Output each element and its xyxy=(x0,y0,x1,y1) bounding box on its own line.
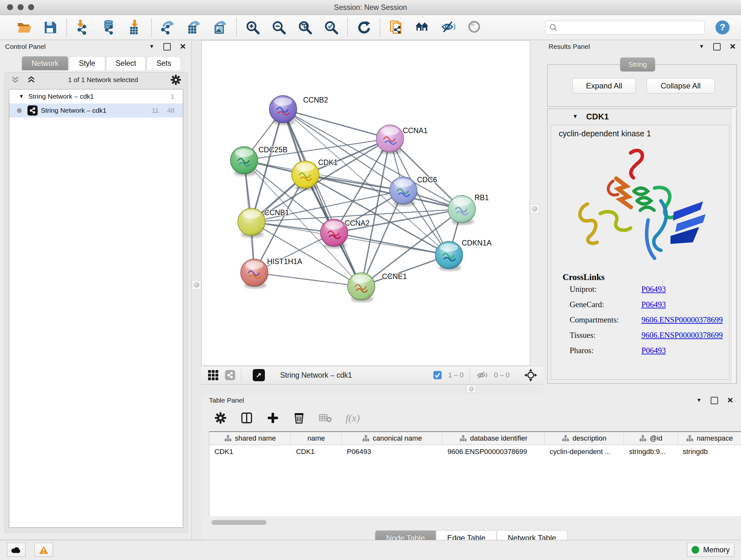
zoom-fit-icon[interactable] xyxy=(297,19,313,36)
export-table-icon[interactable] xyxy=(186,19,202,36)
tab-sets[interactable]: Sets xyxy=(146,56,181,70)
memory-button[interactable]: Memory xyxy=(687,543,734,557)
import-network-database-icon[interactable] xyxy=(101,19,118,36)
window-title: Session: New Session xyxy=(0,3,741,12)
export-image-icon[interactable] xyxy=(212,19,228,36)
table-gear-icon[interactable] xyxy=(214,412,227,424)
panel-close-icon[interactable]: ✕ xyxy=(730,43,736,51)
node-CDKN1A[interactable]: CDKN1A xyxy=(435,239,492,271)
open-session-icon[interactable] xyxy=(16,19,32,36)
panel-menu-icon[interactable]: ▼ xyxy=(149,44,154,50)
panel-float-icon[interactable] xyxy=(711,397,718,404)
crosslink-link[interactable]: P06493 xyxy=(642,285,666,294)
node-RB1[interactable]: RB1 xyxy=(448,193,489,225)
zoom-out-icon[interactable] xyxy=(271,19,287,36)
crosslink-link[interactable]: 9606.ENSP00000378699 xyxy=(642,331,723,340)
entry-collapse-icon[interactable]: ▼ xyxy=(572,113,578,120)
table-cell[interactable]: P06493 xyxy=(342,445,442,458)
tab-string[interactable]: String xyxy=(620,57,655,71)
edge-HIST1H1A-CCNE1[interactable] xyxy=(254,273,361,287)
gear-icon[interactable] xyxy=(170,74,182,85)
selected-checkbox-icon[interactable] xyxy=(433,370,442,380)
tab-select[interactable]: Select xyxy=(106,56,146,70)
network-row[interactable]: String Network – cdk1 11 48 xyxy=(9,104,183,118)
refresh-view-icon[interactable] xyxy=(355,19,372,36)
results-scrollbar[interactable] xyxy=(731,109,736,383)
panel-menu-icon[interactable]: ▼ xyxy=(699,44,704,50)
collapse-all-button[interactable]: Collapse All xyxy=(647,78,715,94)
column-header--id[interactable]: @id xyxy=(624,432,678,445)
node-CCNE1[interactable]: CCNE1 xyxy=(347,272,407,302)
collapse-all-chevron-icon[interactable] xyxy=(10,76,20,84)
import-network-file-icon[interactable] xyxy=(75,19,91,36)
search-input[interactable] xyxy=(561,23,700,32)
search-box[interactable] xyxy=(545,20,704,35)
help-icon: ? xyxy=(715,20,730,35)
column-header-namespace[interactable]: namespace xyxy=(678,432,741,445)
left-splitter[interactable] xyxy=(192,40,201,540)
table-cell[interactable]: CDK1 xyxy=(291,445,342,458)
expand-all-button[interactable]: Expand All xyxy=(572,78,636,94)
warnings-button[interactable] xyxy=(35,543,53,557)
node-table[interactable]: shared namename canonical name database … xyxy=(209,431,741,516)
share-view-icon[interactable] xyxy=(225,370,235,380)
node-HIST1H1A[interactable]: HIST1H1A xyxy=(241,257,302,289)
table-cell[interactable]: cyclin-dependent ... xyxy=(544,445,623,458)
network-collection-row[interactable]: ▼ String Network – cdk1 1 xyxy=(9,89,183,104)
tab-network[interactable]: Network xyxy=(22,56,68,70)
edge-CCNA2-CDKN1A[interactable] xyxy=(334,233,449,255)
import-table-file-icon[interactable] xyxy=(127,19,144,36)
table-horizontal-scrollbar[interactable] xyxy=(212,520,266,525)
table-cell[interactable]: 9606.ENSP00000378699 xyxy=(442,445,544,458)
zoom-in-icon[interactable] xyxy=(245,19,261,36)
horizontal-splitter-handle[interactable] xyxy=(467,385,476,393)
crosslink-link[interactable]: P06493 xyxy=(642,300,666,309)
tree-expander-icon[interactable]: ▼ xyxy=(19,94,24,99)
network-canvas[interactable]: CCNB2 CCNA1 CDC25B CDK1 CDC6 RB1 CCNB1 C… xyxy=(201,40,530,366)
left-splitter-handle[interactable] xyxy=(192,280,201,289)
tab-style[interactable]: Style xyxy=(69,56,105,70)
grid-view-icon[interactable] xyxy=(207,369,219,381)
table-cell[interactable]: stringdb:9... xyxy=(624,445,678,458)
zoom-selected-icon[interactable] xyxy=(323,19,340,36)
detach-view-icon[interactable] xyxy=(253,369,265,381)
crosshair-icon[interactable] xyxy=(524,368,538,382)
cloud-button[interactable] xyxy=(7,543,25,557)
column-header-database-identifier[interactable]: database identifier xyxy=(442,432,544,445)
hide-graphics-icon[interactable] xyxy=(441,19,457,36)
crosslink-link[interactable]: 9606.ENSP00000378699 xyxy=(642,315,723,324)
crosslink-link[interactable]: P06493 xyxy=(642,346,666,355)
export-network-icon[interactable] xyxy=(159,19,176,36)
table-cell[interactable]: CDK1 xyxy=(209,445,291,458)
node-count: 11 xyxy=(152,107,159,114)
save-session-icon[interactable] xyxy=(42,19,59,36)
panel-close-icon[interactable]: ✕ xyxy=(727,396,733,404)
column-header-description[interactable]: description xyxy=(545,432,624,445)
right-splitter[interactable] xyxy=(530,40,543,393)
column-header-canonical-name[interactable]: canonical name xyxy=(342,432,442,445)
right-splitter-handle[interactable] xyxy=(530,204,539,213)
clipboard-network-icon[interactable] xyxy=(388,19,405,36)
add-column-icon[interactable] xyxy=(266,412,279,424)
delete-column-icon[interactable] xyxy=(293,412,306,424)
string-home-icon[interactable] xyxy=(414,19,431,36)
column-header-shared-name[interactable]: shared name xyxy=(209,432,291,445)
table-cell[interactable]: stringdb xyxy=(677,445,741,458)
expand-all-chevron-icon[interactable] xyxy=(26,76,36,84)
edge-CDK1-RB1[interactable] xyxy=(306,175,462,209)
edge-CCNB2-RB1[interactable] xyxy=(283,109,462,209)
node-CCNB2[interactable]: CCNB2 xyxy=(269,96,328,125)
node-CCNA2[interactable]: CCNA2 xyxy=(320,219,369,249)
panel-menu-icon[interactable]: ▼ xyxy=(696,397,702,403)
help-button[interactable]: ? xyxy=(714,19,731,36)
show-graphics-icon[interactable] xyxy=(467,19,483,36)
table-row[interactable]: CDK1CDK1P064939606.ENSP00000378699cyclin… xyxy=(209,445,741,458)
panel-close-icon[interactable]: ✕ xyxy=(180,43,186,51)
panel-float-icon[interactable] xyxy=(713,43,721,51)
network-graph[interactable]: CCNB2 CCNA1 CDC25B CDK1 CDC6 RB1 CCNB1 C… xyxy=(202,41,530,366)
show-columns-icon[interactable] xyxy=(240,412,253,424)
column-header-name[interactable]: name xyxy=(291,432,342,445)
edge-CCNB2-CCNA1[interactable] xyxy=(283,109,390,138)
node-label-CCNB2: CCNB2 xyxy=(303,96,328,104)
panel-float-icon[interactable] xyxy=(163,43,171,51)
